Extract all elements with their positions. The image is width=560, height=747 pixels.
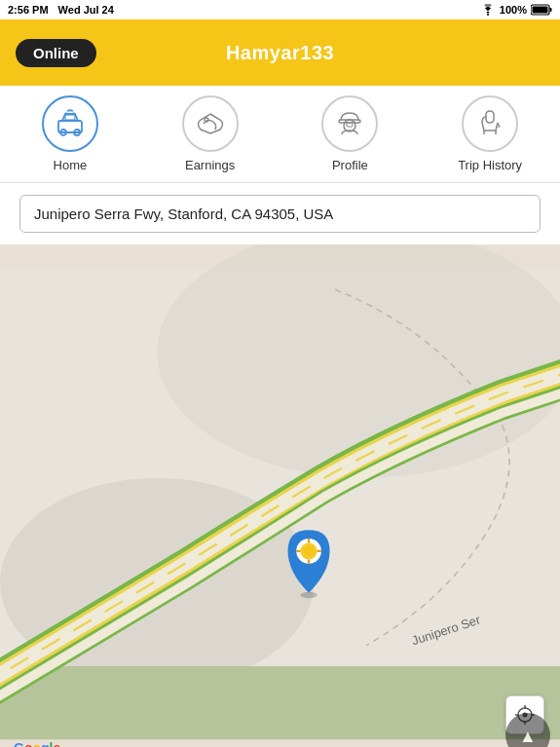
svg-rect-7 [65,115,75,120]
map-area[interactable]: Junipero Ser Google [0,244,560,747]
app-header: Online Hamyar133 [0,19,560,86]
home-icon-wrap [42,95,98,152]
username-title: Hamyar133 [226,42,334,64]
status-time: 2:56 PM [8,4,49,16]
svg-rect-2 [550,8,552,12]
nav-bar: Home Earnings Pr [0,86,560,183]
home-taxi-icon [53,109,88,138]
online-badge[interactable]: Online [16,39,96,67]
home-nav-label: Home [54,158,88,172]
svg-point-20 [304,545,315,556]
profile-icon [333,109,366,138]
trip-history-icon-wrap [462,95,518,152]
app-watermark: ▲ [504,711,552,747]
svg-rect-15 [0,666,560,739]
svg-rect-3 [533,7,548,14]
sidebar-item-earnings[interactable]: Earnings [171,95,249,172]
google-logo: Google [14,740,60,747]
svg-point-10 [344,120,355,131]
svg-text:▲: ▲ [519,727,537,746]
sidebar-item-trip-history[interactable]: Trip History [451,95,529,172]
battery-level: 100% [500,4,527,16]
earnings-icon [194,110,227,137]
sidebar-item-profile[interactable]: Profile [311,95,389,172]
trip-history-nav-label: Trip History [458,158,522,172]
profile-icon-wrap [321,95,378,152]
profile-nav-label: Profile [332,158,368,172]
address-bar-wrapper: Junipero Serra Fwy, Stanford, CA 94305, … [0,183,560,244]
svg-point-0 [487,14,489,16]
map-svg: Junipero Ser [0,244,560,747]
address-display[interactable]: Junipero Serra Fwy, Stanford, CA 94305, … [19,195,541,233]
svg-point-8 [205,118,208,122]
earnings-nav-label: Earnings [185,158,235,172]
status-bar: 2:56 PM Wed Jul 24 100% [0,0,560,19]
trip-history-icon [472,109,507,138]
wifi-icon [480,4,496,16]
earnings-icon-wrap [182,95,239,152]
sidebar-item-home[interactable]: Home [31,95,109,172]
status-date: Wed Jul 24 [58,4,114,16]
battery-icon [531,4,552,16]
